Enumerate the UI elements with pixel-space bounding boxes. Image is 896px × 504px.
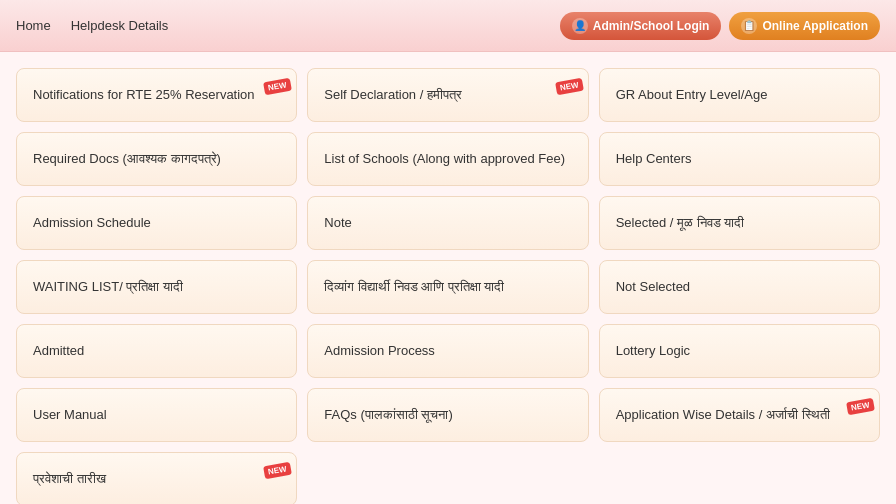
card-label-self-declaration: Self Declaration / हमीपत्र	[324, 86, 462, 104]
card-admission-process[interactable]: Admission Process	[307, 324, 588, 378]
card-selected-mool[interactable]: Selected / मूळ निवड यादी	[599, 196, 880, 250]
new-badge-self-declaration: NEW	[556, 77, 578, 95]
card-label-waiting-list: WAITING LIST/ प्रतिक्षा यादी	[33, 278, 183, 296]
card-not-selected[interactable]: Not Selected	[599, 260, 880, 314]
card-lottery-logic[interactable]: Lottery Logic	[599, 324, 880, 378]
card-help-centers[interactable]: Help Centers	[599, 132, 880, 186]
card-label-divyang-list: दिव्यांग विद्यार्थी निवड आणि प्रतिक्षा य…	[324, 278, 504, 296]
online-icon: 📋	[741, 18, 757, 34]
card-admitted[interactable]: Admitted	[16, 324, 297, 378]
card-faqs[interactable]: FAQs (पालकांसाठी सूचना)	[307, 388, 588, 442]
card-label-admitted: Admitted	[33, 342, 84, 360]
card-pravesachi-tarikh[interactable]: प्रवेशाची तारीखNEW	[16, 452, 297, 504]
main-content: Notifications for RTE 25% ReservationNEW…	[0, 52, 896, 504]
card-label-user-manual: User Manual	[33, 406, 107, 424]
nav-home[interactable]: Home	[16, 18, 51, 33]
admin-login-button[interactable]: 👤 Admin/School Login	[560, 12, 722, 40]
new-badge-notifications-rte: NEW	[264, 77, 286, 95]
card-list-of-schools[interactable]: List of Schools (Along with approved Fee…	[307, 132, 588, 186]
card-required-docs[interactable]: Required Docs (आवश्यक कागदपत्रे)	[16, 132, 297, 186]
card-application-wise[interactable]: Application Wise Details / अर्जाची स्थित…	[599, 388, 880, 442]
admin-icon: 👤	[572, 18, 588, 34]
online-application-button[interactable]: 📋 Online Application	[729, 12, 880, 40]
card-label-not-selected: Not Selected	[616, 278, 690, 296]
card-label-gr-entry-level: GR About Entry Level/Age	[616, 86, 768, 104]
card-label-admission-process: Admission Process	[324, 342, 435, 360]
card-label-note: Note	[324, 214, 351, 232]
header: Home Helpdesk Details 👤 Admin/School Log…	[0, 0, 896, 52]
card-label-selected-mool: Selected / मूळ निवड यादी	[616, 214, 745, 232]
card-divyang-list[interactable]: दिव्यांग विद्यार्थी निवड आणि प्रतिक्षा य…	[307, 260, 588, 314]
card-label-notifications-rte: Notifications for RTE 25% Reservation	[33, 86, 255, 104]
card-label-help-centers: Help Centers	[616, 150, 692, 168]
header-buttons: 👤 Admin/School Login 📋 Online Applicatio…	[560, 12, 880, 40]
new-badge-application-wise: NEW	[847, 397, 869, 415]
card-label-pravesachi-tarikh: प्रवेशाची तारीख	[33, 470, 106, 488]
card-waiting-list[interactable]: WAITING LIST/ प्रतिक्षा यादी	[16, 260, 297, 314]
card-notifications-rte[interactable]: Notifications for RTE 25% ReservationNEW	[16, 68, 297, 122]
card-note[interactable]: Note	[307, 196, 588, 250]
card-user-manual[interactable]: User Manual	[16, 388, 297, 442]
card-label-required-docs: Required Docs (आवश्यक कागदपत्रे)	[33, 150, 221, 168]
cards-grid: Notifications for RTE 25% ReservationNEW…	[16, 68, 880, 504]
card-label-application-wise: Application Wise Details / अर्जाची स्थित…	[616, 406, 830, 424]
card-label-list-of-schools: List of Schools (Along with approved Fee…	[324, 150, 565, 168]
card-label-admission-schedule: Admission Schedule	[33, 214, 151, 232]
card-gr-entry-level[interactable]: GR About Entry Level/Age	[599, 68, 880, 122]
card-label-lottery-logic: Lottery Logic	[616, 342, 690, 360]
card-label-faqs: FAQs (पालकांसाठी सूचना)	[324, 406, 452, 424]
card-admission-schedule[interactable]: Admission Schedule	[16, 196, 297, 250]
card-self-declaration[interactable]: Self Declaration / हमीपत्रNEW	[307, 68, 588, 122]
new-badge-pravesachi-tarikh: NEW	[264, 461, 286, 479]
main-nav: Home Helpdesk Details	[16, 18, 560, 33]
nav-helpdesk[interactable]: Helpdesk Details	[71, 18, 169, 33]
